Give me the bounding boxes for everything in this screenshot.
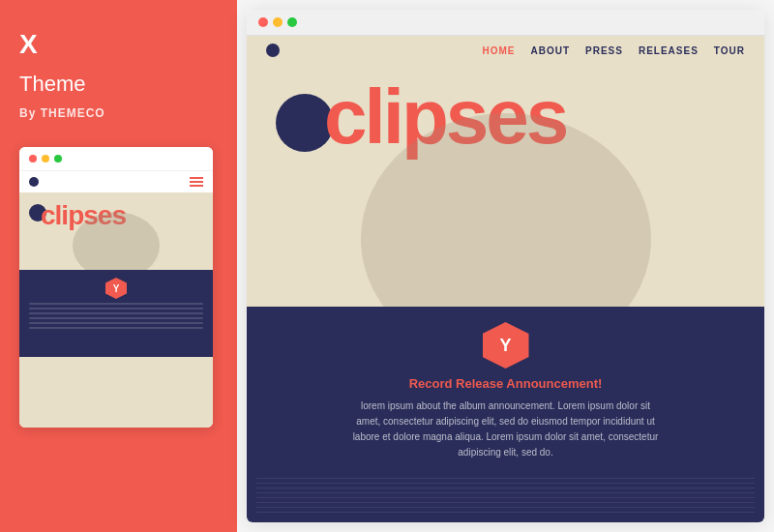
browser-chrome (247, 10, 764, 36)
mobile-line-1 (29, 303, 203, 305)
desktop-browser: HOME ABOUT PRESS RELEASES TOUR clipses Y… (247, 10, 764, 522)
mobile-preview-body: clipses Y (19, 171, 213, 428)
hamburger-line-1 (190, 177, 203, 179)
desktop-hero: clipses (247, 65, 764, 307)
hamburger-icon (190, 177, 203, 187)
mobile-hex: Y (105, 278, 127, 299)
bottom-line-2 (256, 483, 755, 484)
nav-tour[interactable]: TOUR (714, 45, 745, 56)
bottom-line-7 (256, 507, 755, 508)
browser-dot-red (258, 17, 268, 27)
sidebar: X Theme By THEMECO clipses (0, 0, 237, 532)
announcement-body: lorem ipsum about the album announcement… (351, 399, 661, 460)
hamburger-line-2 (190, 181, 203, 183)
mobile-nav-bar (19, 171, 213, 192)
bottom-line-4 (256, 492, 755, 493)
dot-red (29, 155, 37, 163)
desktop-content: HOME ABOUT PRESS RELEASES TOUR clipses Y… (247, 36, 764, 522)
bottom-line-5 (256, 497, 755, 498)
browser-dot-green (287, 17, 297, 27)
dot-green (54, 155, 62, 163)
mobile-browser-chrome (19, 147, 213, 171)
mobile-line-2 (29, 308, 203, 310)
dot-yellow (42, 155, 49, 163)
mobile-nav-dot (29, 177, 39, 187)
author-label: By THEMECO (19, 106, 218, 120)
mobile-line-3 (29, 312, 203, 314)
mobile-hex-icon: Y (113, 283, 120, 294)
mobile-hero: clipses (19, 192, 213, 270)
desktop-hex-icon: Y (499, 336, 511, 356)
mobile-bottom-section: Y (19, 270, 213, 357)
mobile-line-5 (29, 322, 203, 324)
mobile-line-6 (29, 327, 203, 329)
nav-press[interactable]: PRESS (585, 45, 623, 56)
nav-about[interactable]: ABOUT (530, 45, 570, 56)
mobile-globe-bg (73, 212, 160, 270)
desktop-nav-circle (266, 44, 280, 57)
nav-home[interactable]: HOME (482, 45, 515, 56)
bottom-line-1 (256, 478, 755, 479)
desktop-bottom: Y Record Release Announcement! lorem ips… (247, 307, 764, 522)
bottom-lines (247, 468, 764, 522)
announcement-title: Record Release Announcement! (409, 376, 603, 391)
nav-releases[interactable]: RELEASES (639, 45, 699, 56)
mobile-line-4 (29, 317, 203, 319)
desktop-hex: Y (483, 322, 529, 369)
hamburger-line-3 (190, 185, 203, 187)
browser-dot-yellow (273, 17, 283, 27)
theme-title: Theme (19, 72, 218, 97)
desktop-nav: HOME ABOUT PRESS RELEASES TOUR (247, 36, 764, 65)
bottom-line-8 (256, 512, 755, 513)
bottom-line-6 (256, 502, 755, 503)
mobile-preview: clipses Y (19, 147, 213, 428)
mobile-lines (29, 303, 203, 329)
bottom-line-3 (256, 488, 755, 488)
main-preview: HOME ABOUT PRESS RELEASES TOUR clipses Y… (237, 0, 774, 532)
logo: X (19, 29, 218, 60)
